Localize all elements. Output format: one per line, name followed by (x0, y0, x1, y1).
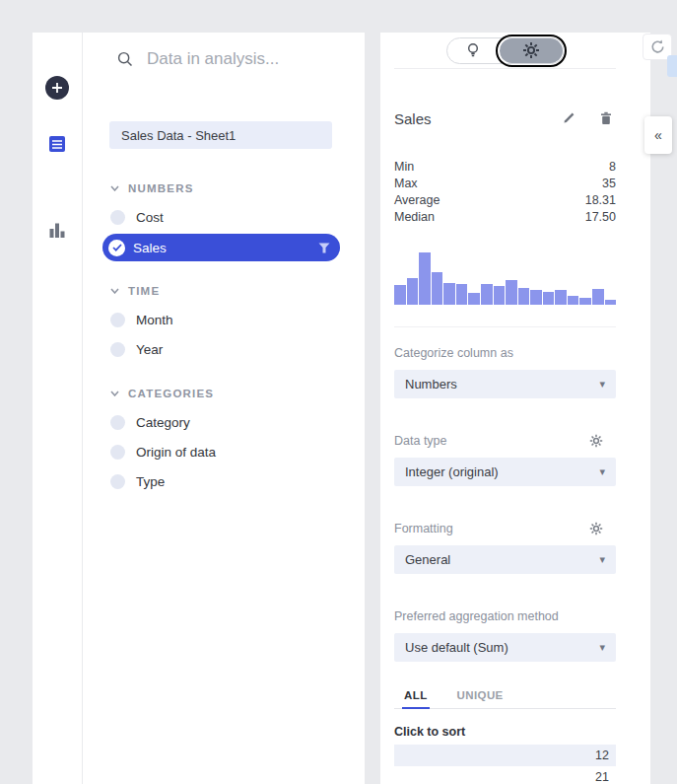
histogram-bar (432, 272, 443, 305)
categorize-select[interactable]: Numbers ▾ (394, 370, 616, 398)
column-circle-icon (110, 210, 125, 225)
column-label: Category (136, 415, 190, 430)
search-bar (83, 33, 365, 86)
field-label: Formatting (394, 522, 453, 535)
field-label: Data type (394, 434, 447, 448)
column-circle-icon (110, 313, 125, 327)
chevron-down-icon (110, 185, 119, 191)
field-data-type: Data type Integer (original) ▾ (394, 433, 616, 486)
histogram-bar (555, 290, 567, 305)
histogram-bar (530, 290, 542, 305)
histogram-bar (407, 278, 419, 305)
data-in-analysis-button[interactable] (43, 130, 71, 158)
lightbulb-icon (466, 42, 480, 58)
histogram-bar (419, 252, 431, 305)
histogram-bar (592, 289, 604, 305)
data-panel: Sales Data - Sheet1 NUMBERS Cost Sales T… (83, 33, 365, 784)
refresh-icon (649, 38, 666, 55)
column-item-category[interactable]: Category (110, 407, 365, 437)
column-item-month[interactable]: Month (110, 305, 365, 334)
histogram-bar (494, 286, 506, 305)
column-label: Sales (133, 241, 167, 255)
panel-mode-toggle (394, 33, 616, 69)
column-label: Origin of data (136, 445, 216, 460)
stat-value: 8 (609, 160, 616, 174)
stat-row-average: Average 18.31 (394, 191, 616, 208)
select-value: Numbers (405, 377, 457, 392)
data-type-settings-gear-icon[interactable] (589, 434, 603, 448)
histogram-bar (443, 283, 455, 305)
formatting-select[interactable]: General ▾ (394, 545, 616, 574)
field-formatting: Formatting General ▾ (394, 521, 616, 574)
column-properties-panel: Sales Min 8 Max 35 Average 18.31 Media (380, 33, 650, 784)
caret-down-icon: ▾ (599, 378, 605, 391)
stat-row-min: Min 8 (394, 158, 616, 175)
section-header-categories[interactable]: CATEGORIES (110, 380, 365, 407)
field-categorize: Categorize column as Numbers ▾ (394, 345, 616, 398)
data-type-select[interactable]: Integer (original) ▾ (394, 458, 616, 486)
histogram-bar (456, 284, 468, 305)
caret-down-icon: ▾ (599, 465, 605, 478)
column-item-year[interactable]: Year (110, 334, 365, 364)
column-label: Type (136, 474, 165, 489)
column-circle-icon (110, 474, 125, 489)
column-item-origin-of-data[interactable]: Origin of data (110, 437, 365, 466)
section-label: NUMBERS (128, 182, 194, 194)
formatting-settings-gear-icon[interactable] (589, 522, 603, 535)
properties-toggle-button[interactable] (500, 38, 563, 63)
column-title: Sales (394, 110, 432, 127)
field-label: Preferred aggregation method (394, 609, 559, 623)
aggregation-select[interactable]: Use default (Sum) ▾ (394, 633, 616, 662)
column-item-cost[interactable]: Cost (110, 202, 365, 232)
activity-bar (33, 33, 82, 784)
select-value: Use default (Sum) (405, 640, 508, 655)
edit-column-button[interactable] (559, 108, 578, 128)
column-label: Cost (136, 210, 164, 225)
value-row[interactable]: 21 (394, 766, 616, 784)
app-window: Sales Data - Sheet1 NUMBERS Cost Sales T… (0, 0, 677, 784)
collapse-panel-button[interactable]: « (644, 116, 672, 154)
stat-row-max: Max 35 (394, 175, 616, 191)
column-item-type[interactable]: Type (110, 466, 365, 496)
column-item-sales[interactable]: Sales (102, 234, 340, 261)
histogram-bar (579, 298, 591, 305)
search-input[interactable] (147, 49, 334, 69)
histogram (394, 249, 616, 305)
column-label: Year (136, 342, 163, 357)
delete-column-button[interactable] (596, 108, 616, 128)
stat-label: Max (394, 177, 418, 190)
filter-icon[interactable] (318, 243, 330, 253)
stat-label: Median (394, 210, 435, 224)
stat-label: Average (394, 193, 440, 207)
column-title-row: Sales (394, 107, 616, 130)
tab-all[interactable]: ALL (402, 689, 430, 709)
select-value: General (405, 552, 450, 567)
section-label: CATEGORIES (128, 388, 214, 399)
column-stats: Min 8 Max 35 Average 18.31 Median 17.50 (394, 158, 616, 225)
histogram-bar (468, 293, 480, 305)
tab-unique[interactable]: UNIQUE (455, 689, 506, 709)
value-row[interactable]: 12 (394, 745, 616, 766)
visualizations-button[interactable] (43, 216, 71, 244)
section-header-numbers[interactable]: NUMBERS (110, 175, 365, 202)
add-data-button[interactable] (45, 76, 69, 100)
histogram-bar (543, 292, 555, 305)
field-aggregation: Preferred aggregation method Use default… (394, 608, 616, 662)
stat-value: 18.31 (585, 193, 616, 207)
chevron-down-icon (110, 288, 119, 294)
histogram-bar (394, 285, 406, 305)
stat-value: 35 (602, 177, 616, 190)
column-circle-icon (110, 342, 125, 357)
recommendations-toggle-button[interactable] (447, 37, 499, 64)
data-source-chip[interactable]: Sales Data - Sheet1 (109, 121, 332, 149)
column-label: Month (136, 313, 173, 327)
select-value: Integer (original) (405, 464, 499, 479)
section-header-time[interactable]: TIME (110, 277, 365, 305)
pencil-icon (561, 110, 576, 126)
caret-down-icon: ▾ (599, 553, 605, 566)
caret-down-icon: ▾ (599, 641, 605, 654)
panel-edge-fragment (667, 55, 677, 77)
sort-hint[interactable]: Click to sort (394, 725, 616, 739)
mode-segmented-control (446, 37, 565, 64)
search-icon (116, 50, 134, 68)
